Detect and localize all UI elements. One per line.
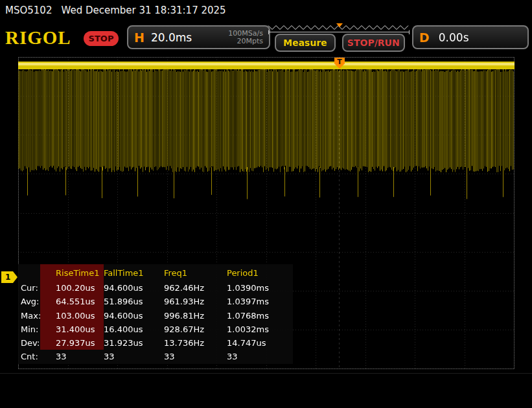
run-stop-button[interactable]: STOP/RUN [342,34,405,52]
measurement-value: 94.600us [104,309,164,323]
measurement-column-header[interactable]: Period1 [227,264,293,281]
measurement-value: 33 [227,350,293,363]
channel1-offset-marker[interactable]: 1 [1,271,17,283]
model-name: MSO5102 [5,5,52,16]
measurement-column-header[interactable]: Freq1 [164,264,227,281]
delay-icon: D [419,30,430,45]
measurement-column-header[interactable]: FallTime1 [104,264,164,281]
measurement-value: 928.67Hz [164,323,227,336]
bottom-status-bar: 1 2.00V -3.44V 2 100mV [0,373,532,408]
measurement-row-label: Min: [18,323,40,336]
measurement-row-label: Max: [18,309,40,323]
acquisition-status-badge: STOP [84,31,119,46]
sample-rate-value: 100MSa/s [228,30,263,38]
measurement-value: 51.896us [104,295,164,308]
measurement-value: 996.81Hz [164,309,227,323]
measurement-row-label: Dev: [18,336,40,350]
measurement-value: 33 [104,350,164,363]
measurement-value: 1.0768ms [227,309,293,323]
measurement-row-label: Cur: [18,281,40,295]
delay-panel[interactable]: D 0.00s [412,25,529,49]
measurement-value: 31.923us [104,336,164,350]
measurement-value: 64.551us [40,295,104,308]
horizontal-settings-panel[interactable]: H 20.0ms 100MSa/s 20Mpts [127,25,270,49]
measurement-value: 16.400us [104,323,164,336]
measurement-row-label: Avg: [18,295,40,308]
measurement-value: 962.46Hz [164,281,227,295]
oscilloscope-screen: MSO5102 Wed December 31 18:31:17 2025 RI… [0,0,532,408]
measurement-corner-cell [18,264,40,281]
measurement-value: 31.400us [40,323,104,336]
measure-button[interactable]: Measure [275,34,336,52]
measurement-value: 33 [40,350,104,363]
measurement-value: 13.736Hz [164,336,227,350]
measurement-value: 961.93Hz [164,295,227,308]
delay-value: 0.00s [439,31,469,44]
measurement-row-label: Cnt: [18,350,40,363]
measurement-value: 103.00us [40,309,104,323]
measurement-value: 27.937us [40,336,104,350]
measurement-value: 1.0390ms [227,281,293,295]
memory-depth-value: 20Mpts [237,38,263,45]
measurement-value: 33 [164,350,227,363]
measurement-value: 1.0032ms [227,323,293,336]
measurement-panel: RiseTime1 FallTime1 Freq1 Period1 Cur: 1… [18,264,293,364]
measurement-value: 94.600us [104,281,164,295]
measurement-column-header[interactable]: RiseTime1 [40,264,104,281]
memory-overview-strip[interactable] [267,23,411,34]
measurement-value: 1.0397ms [227,295,293,308]
horizontal-icon: H [134,30,145,45]
top-status-bar: MSO5102 Wed December 31 18:31:17 2025 [0,0,532,21]
measurement-value: 100.20us [40,281,104,295]
datetime-text: Wed December 31 18:31:17 2025 [61,5,226,16]
measurement-value: 14.747us [227,336,293,350]
timebase-value: 20.0ms [151,31,192,44]
rigol-logo: RIGOL [5,27,71,49]
